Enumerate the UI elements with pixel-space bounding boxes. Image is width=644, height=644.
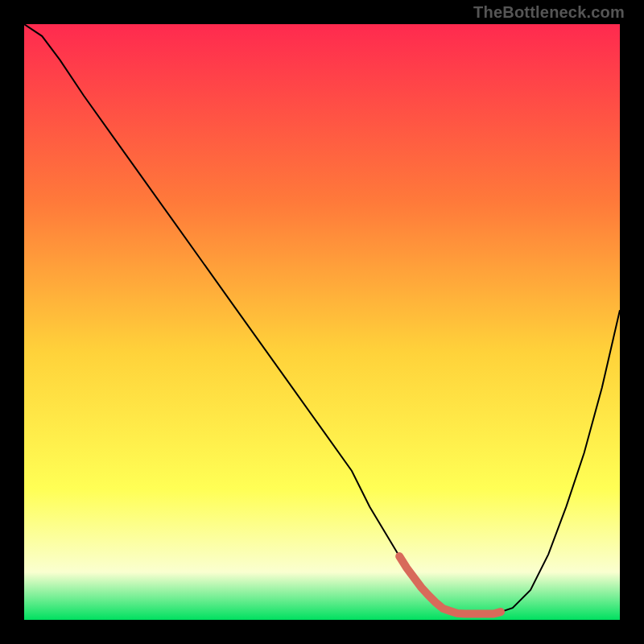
gradient-background [24, 24, 620, 620]
plot-area [24, 24, 620, 620]
chart-svg [24, 24, 620, 620]
chart-container: TheBottleneck.com [0, 0, 644, 644]
attribution-label: TheBottleneck.com [473, 3, 625, 22]
